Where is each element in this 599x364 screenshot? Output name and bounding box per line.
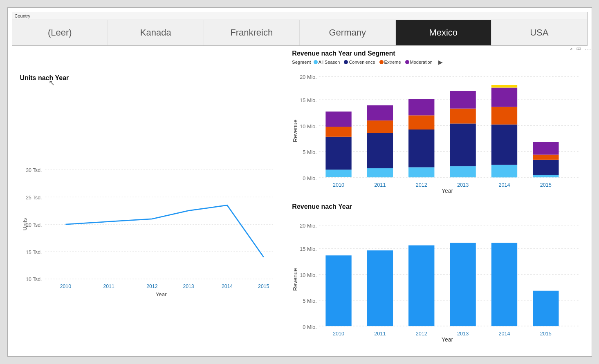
by-15: 15 Mio. — [300, 246, 317, 252]
legend-convenience: Convenience — [344, 60, 375, 65]
dashboard: Country (Leer) Kanada Frankreich Germany… — [7, 7, 592, 357]
bar-2012-moderation — [408, 99, 434, 116]
x-label-2012: 2012 — [146, 284, 157, 289]
bar-2010-moderation — [326, 112, 352, 127]
line-chart-line — [65, 205, 263, 257]
country-btn-kanada[interactable]: Kanada — [108, 20, 204, 45]
bar-2015 — [533, 291, 559, 326]
bar-y-title: Revenue — [292, 268, 298, 291]
y-label-4: 30 Tsd. — [26, 167, 42, 173]
by-5: 5 Mio. — [303, 298, 317, 304]
moderation-dot — [405, 60, 409, 64]
bar-2013-allseason — [450, 166, 476, 177]
country-btn-usa[interactable]: USA — [491, 20, 587, 45]
bar-chart-area: 0 Mio. 5 Mio. 10 Mio. 15 Mio. 20 Mio. Re… — [292, 212, 587, 352]
stacked-bar-chart-legend: Segment All Season Convenience Extreme — [292, 59, 587, 65]
country-btn-leer[interactable]: (Leer) — [12, 20, 108, 45]
sx-2015: 2015 — [540, 182, 552, 188]
line-chart-area: Units nach Year 10 Tsd. 15 Tsd. 20 Tsd. … — [20, 74, 284, 344]
bar-2014-moderation — [491, 88, 517, 107]
moderation-label: Moderation — [410, 60, 433, 65]
country-buttons: (Leer) Kanada Frankreich Germany Mexico … — [12, 20, 587, 45]
main-content: ⊿ ⊞ ··· ↖ Units nach Year 10 Tsd. 15 Tsd… — [8, 46, 592, 356]
y-label-1: 15 Tsd. — [26, 250, 42, 255]
sx-2014: 2014 — [499, 182, 510, 188]
bar-2011-allseason — [367, 168, 393, 177]
bar-2014-extra — [491, 85, 517, 87]
country-filter: Country (Leer) Kanada Frankreich Germany… — [12, 12, 588, 46]
bar-2014 — [491, 243, 517, 326]
sy-5: 5 Mio. — [303, 150, 317, 155]
by-20: 20 Mio. — [300, 223, 317, 229]
bar-chart-svg: 0 Mio. 5 Mio. 10 Mio. 15 Mio. 20 Mio. Re… — [292, 212, 587, 352]
bar-2011-extreme — [367, 121, 393, 133]
x-label-2010: 2010 — [60, 284, 71, 289]
bar-2014-extreme — [491, 107, 517, 125]
convenience-dot — [344, 60, 348, 64]
line-chart-y-title: Units — [21, 218, 27, 231]
sx-2012: 2012 — [416, 182, 427, 188]
bar-x-title: Year — [442, 336, 453, 343]
bar-2012-convenience — [408, 130, 434, 167]
bar-2014-convenience — [491, 125, 517, 165]
country-btn-germany[interactable]: Germany — [300, 20, 396, 45]
x-label-2011: 2011 — [103, 284, 114, 289]
allseason-label: All Season — [319, 60, 340, 65]
extreme-label: Extreme — [384, 60, 401, 65]
convenience-label: Convenience — [349, 60, 375, 65]
y-label-3: 25 Tsd. — [26, 195, 42, 201]
stacked-y-title: Revenue — [292, 119, 298, 142]
line-chart-x-title: Year — [155, 291, 167, 297]
legend-label: Segment — [292, 60, 311, 65]
allseason-dot — [314, 60, 318, 64]
y-label-2: 20 Tsd. — [26, 222, 42, 228]
stacked-x-title: Year — [442, 188, 453, 194]
legend-extreme: Extreme — [379, 60, 401, 65]
legend-next-icon[interactable]: ▶ — [438, 59, 443, 65]
y-label-0: 10 Tsd. — [26, 277, 42, 282]
legend-moderation: Moderation — [405, 60, 433, 65]
line-chart-svg: 10 Tsd. 15 Tsd. 20 Tsd. 25 Tsd. 30 Tsd. … — [20, 85, 284, 355]
bar-chart-title: Revenue nach Year — [292, 203, 587, 210]
stacked-bar-chart-svg: 0 Mio. 5 Mio. 10 Mio. 15 Mio. 20 Mio. Re… — [292, 68, 587, 199]
bar-2013-extreme — [450, 109, 476, 124]
bx-2010: 2010 — [333, 331, 344, 337]
legend-allseason: All Season — [314, 60, 340, 65]
sy-10: 10 Mio. — [300, 124, 317, 130]
bar-2010-extreme — [326, 127, 352, 137]
x-label-2015: 2015 — [258, 284, 269, 289]
bar-2012-allseason — [408, 167, 434, 177]
sx-2013: 2013 — [457, 182, 469, 188]
stacked-bar-chart-area: 0 Mio. 5 Mio. 10 Mio. 15 Mio. 20 Mio. Re… — [292, 68, 587, 199]
stacked-bar-chart-title: Revenue nach Year und Segment — [292, 50, 587, 57]
bx-2015: 2015 — [540, 331, 552, 337]
bar-2013-convenience — [450, 123, 476, 166]
bar-2011-convenience — [367, 133, 393, 168]
bar-2011-moderation — [367, 105, 393, 121]
line-chart-title: Units nach Year — [20, 74, 284, 82]
bar-2012 — [408, 246, 434, 326]
bar-2013-moderation — [450, 91, 476, 109]
right-panel: Revenue nach Year und Segment Segment Al… — [292, 50, 587, 352]
by-0: 0 Mio. — [303, 324, 317, 330]
extreme-dot — [379, 60, 384, 64]
country-filter-label: Country — [12, 12, 587, 20]
bx-2012: 2012 — [416, 331, 427, 337]
sx-2011: 2011 — [375, 182, 386, 188]
bar-2012-extreme — [408, 115, 434, 130]
bar-2015-allseason — [533, 175, 559, 177]
bx-2011: 2011 — [375, 331, 386, 337]
bar-chart-box: Revenue nach Year 0 Mio. 5 Mio. 10 Mio. … — [292, 203, 587, 352]
bar-2015-extreme — [533, 155, 559, 160]
x-label-2014: 2014 — [222, 284, 233, 289]
by-10: 10 Mio. — [300, 272, 317, 278]
sy-15: 15 Mio. — [300, 98, 317, 103]
bar-2011 — [367, 250, 393, 326]
bx-2013: 2013 — [457, 331, 469, 337]
x-label-2013: 2013 — [183, 284, 194, 289]
bar-2010 — [326, 255, 352, 326]
bar-2014-allseason — [491, 165, 517, 177]
country-btn-mexico[interactable]: Mexico — [396, 20, 492, 45]
bar-2010-convenience — [326, 137, 352, 170]
country-btn-frankreich[interactable]: Frankreich — [204, 20, 300, 45]
